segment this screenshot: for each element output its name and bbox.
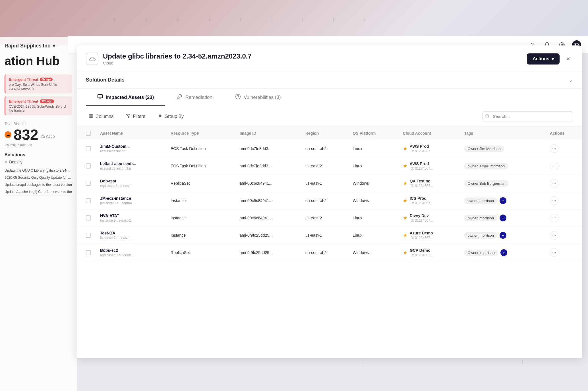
svg-rect-1 <box>98 95 103 98</box>
asset-name-4: HVA-ATAT <box>100 213 162 218</box>
star-icon-5[interactable]: ★ <box>403 232 407 238</box>
filters-button[interactable]: Filters <box>123 112 148 121</box>
threat-badge-1: 6h ago <box>40 78 52 81</box>
cloud-account-name-2: QA Testing <box>410 179 433 183</box>
table-row: Bobs-ec2 replicaset:3:eu-centr... Replic… <box>77 244 582 261</box>
threat-text-1: ero Day: SolarWinds Serv-U file transfer… <box>9 83 69 91</box>
resource-type-6: ReplicaSet <box>166 244 235 261</box>
row-more-button-3[interactable]: ··· <box>550 196 558 205</box>
tag-plus-icon-3[interactable]: + <box>500 197 506 204</box>
cloud-account-name-5: Azure Demo <box>410 231 433 235</box>
row-checkbox-5[interactable] <box>86 233 91 238</box>
tab-impacted-assets[interactable]: Impacted Assets (23) <box>86 89 165 106</box>
row-more-button-2[interactable]: ··· <box>550 179 558 188</box>
tag-pill-4-0: owner jmorrison <box>464 215 497 221</box>
table-row: JM-ec2-instance instance:9:eu-central In… <box>77 192 582 209</box>
row-more-button-4[interactable]: ··· <box>550 214 558 222</box>
modal-title-group: Update glibc libraries to 2.34-52.amzn20… <box>103 52 252 65</box>
modal-header-right: Actions ▾ × <box>527 53 573 65</box>
columns-label: Columns <box>96 114 113 119</box>
star-icon-6[interactable]: ★ <box>403 249 407 256</box>
star-icon-3[interactable]: ★ <box>403 197 407 204</box>
star-icon-0[interactable]: ★ <box>403 145 407 152</box>
header-checkbox[interactable] <box>77 127 96 140</box>
asset-sub-4: instance:9:us-east-2: <box>100 219 162 222</box>
os-platform-4: Linux <box>348 209 398 227</box>
solution-item-2[interactable]: 2020-05 Security Only Quality Update for… <box>5 174 72 181</box>
table-controls: Columns Filters Group By <box>77 106 582 127</box>
os-platform-2: Windows <box>348 175 398 192</box>
row-checkbox-1[interactable] <box>86 163 91 169</box>
org-name[interactable]: Rapid Supplies Inc ▾ <box>5 43 72 49</box>
row-more-button-5[interactable]: ··· <box>550 231 558 240</box>
columns-button[interactable]: Columns <box>86 112 116 121</box>
row-checkbox-0[interactable] <box>86 146 91 151</box>
total-risk-label: Total Risk <box>5 122 20 126</box>
solution-details-bar[interactable]: Solution Details ⌄ <box>77 71 582 89</box>
org-chevron-icon: ▾ <box>53 43 55 49</box>
os-platform-5: Linux <box>348 227 398 244</box>
resource-type-0: ECS Task Definition <box>166 140 235 157</box>
density-label: Density <box>9 160 22 164</box>
image-id-4: ami-00c6c84941... <box>235 209 301 227</box>
columns-icon <box>89 114 93 119</box>
select-all-checkbox[interactable] <box>86 131 91 136</box>
close-button[interactable]: × <box>563 54 573 64</box>
tab-remediation[interactable]: Remediation <box>165 89 223 106</box>
cloud-service-icon <box>86 53 98 65</box>
cloud-account-name-1: AWS Prod <box>410 161 433 166</box>
asset-sub-1: ecstaskdefinition:3:u <box>100 167 162 170</box>
cloud-account-id-2: ID: 01234567... <box>410 184 433 188</box>
region-1: us-east-2 <box>301 157 348 175</box>
tag-pill-3-0: owner jmorrison <box>464 197 497 204</box>
tags-cell-1: owner_email jmorrison <box>464 163 541 169</box>
solution-item-4[interactable]: Update Apache Log4j Core framework to th… <box>5 188 72 196</box>
star-icon-1[interactable]: ★ <box>403 163 407 169</box>
remediation-icon <box>177 94 182 101</box>
threat-text-2: CVE-2024-28995: SolarWinds Serv-U file t… <box>9 105 69 113</box>
cloud-account-name-0: AWS Prod <box>410 144 433 149</box>
table-row: Bob-test replicaset:3:us-east- ReplicaSe… <box>77 175 582 192</box>
tag-plus-icon-6[interactable]: + <box>500 249 507 256</box>
threat-label-1: Emergent Threat 6h ago <box>9 77 69 82</box>
star-icon-2[interactable]: ★ <box>403 180 407 186</box>
svg-marker-5 <box>126 114 130 118</box>
row-checkbox-3[interactable] <box>86 198 91 203</box>
cloud-account-name-3: ICS Prod <box>410 196 433 201</box>
asset-name-0: JimM-Custom... <box>100 144 162 149</box>
search-input[interactable] <box>482 111 573 121</box>
row-more-button-6[interactable]: ··· <box>550 248 558 257</box>
row-checkbox-2[interactable] <box>86 181 91 186</box>
tabs-row: Impacted Assets (23) Remediation Vulnera… <box>77 89 582 106</box>
solution-item-1[interactable]: Update the GNU C Library (glibc) to 2.34… <box>5 167 72 174</box>
tags-cell-6: Owner jmorrison+ <box>464 249 541 256</box>
table-body: JimM-Custom... ecstaskdefinition:... ECS… <box>77 140 582 261</box>
threat-label-2: Emergent Threat 12h ago <box>9 99 69 103</box>
row-more-button-1[interactable]: ··· <box>550 162 558 170</box>
star-icon-4[interactable]: ★ <box>403 215 407 221</box>
image-id-5: ami-0f9fc25dd25... <box>235 227 301 244</box>
row-checkbox-4[interactable] <box>86 215 91 221</box>
asset-name-1: belfast-alec-centr... <box>100 161 162 166</box>
tag-pill-1-0: owner_email jmorrison <box>464 163 508 169</box>
threat-card-2[interactable]: Emergent Threat 12h ago CVE-2024-28995: … <box>5 96 72 115</box>
density-row[interactable]: ≡ Density <box>5 160 72 164</box>
cloud-icon-risk: ☁ <box>5 131 11 138</box>
solution-item-3[interactable]: Update snapd packages to the latest vers… <box>5 181 72 188</box>
threat-card-1[interactable]: Emergent Threat 6h ago ero Day: SolarWin… <box>5 74 72 93</box>
tag-plus-icon-4[interactable]: + <box>500 215 506 221</box>
region-2: us-east-1 <box>301 175 348 192</box>
group-by-button[interactable]: Group By <box>155 112 187 121</box>
svg-point-8 <box>159 116 160 117</box>
tab-impacted-label: Impacted Assets (23) <box>106 95 154 100</box>
row-checkbox-6[interactable] <box>86 250 91 255</box>
tab-vulnerabilities[interactable]: Vulnerabilities (3) <box>224 89 292 106</box>
asset-sub-5: instance:7:us-east-1: <box>100 236 162 240</box>
row-more-button-0[interactable]: ··· <box>550 144 558 153</box>
tag-plus-icon-5[interactable]: + <box>500 232 506 239</box>
search-icon <box>485 114 490 119</box>
svg-point-10 <box>486 114 489 117</box>
tags-cell-2: Owner Bob Burgerman <box>464 180 541 187</box>
tab-vulnerabilities-label: Vulnerabilities (3) <box>244 95 281 100</box>
actions-button[interactable]: Actions ▾ <box>527 53 560 65</box>
